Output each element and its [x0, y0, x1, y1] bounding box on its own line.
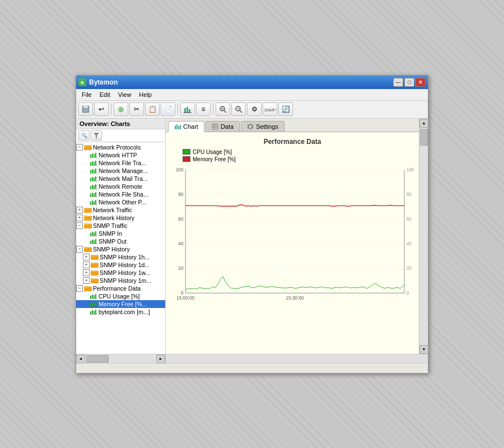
chart-tab-icon	[174, 123, 181, 130]
tree-expand-9[interactable]: +	[76, 214, 83, 221]
scroll-track	[419, 128, 428, 345]
folder-icon-16	[91, 269, 99, 276]
svg-rect-61	[84, 216, 92, 216]
tree-expand-0[interactable]: −	[76, 144, 83, 151]
svg-rect-34	[95, 169, 96, 173]
tree-item-13[interactable]: − SNMP History	[76, 245, 165, 253]
tree-item-0[interactable]: − Network Protocols	[76, 143, 165, 151]
tree-label-18: Performance Data	[93, 285, 141, 292]
chart-icon-21	[90, 309, 97, 315]
scroll-thumb[interactable]	[420, 129, 428, 146]
copy-button[interactable]: 📋	[145, 102, 160, 116]
tree-item-20[interactable]: Memory Free [%...	[76, 300, 165, 308]
svg-rect-31	[90, 170, 91, 173]
tree-item-7[interactable]: Network Other P...	[76, 198, 165, 206]
tree-item-11[interactable]: SNMP In	[76, 230, 165, 237]
svg-rect-48	[94, 193, 95, 197]
menu-file[interactable]: File	[78, 90, 95, 99]
tree-expand-15[interactable]: +	[83, 262, 90, 268]
tree-item-12[interactable]: SNMP Out	[76, 237, 165, 245]
tree-item-21[interactable]: byteplant.com [m...]	[76, 308, 165, 316]
tree-expand-10[interactable]: −	[76, 222, 83, 229]
tree-item-9[interactable]: + Network History	[76, 214, 165, 222]
close-button[interactable]: ✕	[416, 78, 426, 87]
maximize-button[interactable]: □	[404, 78, 414, 87]
tree-item-5[interactable]: Network Remote	[76, 183, 165, 190]
scroll-right-button[interactable]: ►	[156, 354, 165, 363]
svg-rect-26	[90, 162, 91, 165]
svg-line-10	[224, 110, 226, 113]
tree-item-3[interactable]: Network Manage...	[76, 167, 165, 175]
cut-button[interactable]: ✂	[129, 102, 144, 116]
tree-label-13: SNMP History	[93, 246, 130, 253]
tree-label-20: Memory Free [%...	[99, 301, 147, 307]
tab-settings[interactable]: Settings	[241, 121, 284, 132]
svg-rect-71	[92, 240, 93, 244]
snmp-button[interactable]: SNMP	[263, 102, 277, 116]
svg-text:80: 80	[178, 192, 184, 197]
tree-label-0: Network Protocols	[93, 144, 141, 151]
chart-button[interactable]	[180, 102, 195, 116]
tree-label-17: SNMP History 1m...	[100, 277, 151, 284]
tree-item-19[interactable]: CPU Usage [%]	[76, 292, 165, 300]
save-button[interactable]	[78, 102, 93, 116]
tree-item-14[interactable]: + SNMP History 1h...	[76, 253, 165, 261]
svg-rect-27	[92, 161, 93, 165]
zoom-out-button[interactable]	[231, 102, 246, 116]
sidebar-search-icon[interactable]: 🔍	[78, 130, 90, 141]
tree-item-1[interactable]: Network HTTP	[76, 151, 165, 159]
tree-expand-13[interactable]: −	[76, 246, 83, 253]
tree-item-8[interactable]: + Network Traffic	[76, 206, 165, 214]
chart-icon-5	[90, 183, 97, 190]
svg-rect-52	[92, 200, 93, 204]
tab-chart[interactable]: Chart	[168, 121, 204, 132]
refresh-button[interactable]: 🔄	[278, 102, 293, 116]
tabs: Chart Data Settings	[166, 119, 419, 132]
zoom-in-button[interactable]	[216, 102, 230, 116]
svg-rect-5	[184, 108, 186, 113]
menu-edit[interactable]: Edit	[96, 90, 114, 99]
svg-rect-51	[90, 202, 91, 204]
sidebar: Overview: Charts 🔍 − Network Protocols	[76, 119, 166, 354]
svg-rect-29	[95, 161, 96, 165]
corner-spacer	[419, 354, 428, 363]
svg-rect-41	[90, 186, 91, 189]
add-button[interactable]: ⊕	[114, 102, 128, 116]
tab-data[interactable]: Data	[206, 121, 240, 132]
tree-item-15[interactable]: + SNMP History 1d...	[76, 261, 165, 269]
tree-item-18[interactable]: − Performance Data	[76, 284, 165, 292]
list-button[interactable]: ≡	[196, 102, 211, 116]
svg-rect-44	[95, 184, 96, 189]
svg-text:20: 20	[178, 266, 184, 271]
hscroll-thumb[interactable]	[86, 355, 109, 363]
svg-rect-105	[94, 311, 95, 314]
svg-rect-23	[94, 154, 95, 157]
tree-item-16[interactable]: + SNMP History 1w...	[76, 269, 165, 277]
tree-expand-17[interactable]: +	[83, 277, 90, 284]
scroll-up-button[interactable]: ▲	[419, 119, 428, 128]
tree-expand-18[interactable]: −	[76, 285, 83, 292]
undo-button[interactable]: ↩	[94, 102, 109, 116]
toolbar-separator-1	[111, 104, 111, 115]
paste-button[interactable]: 📄	[161, 102, 175, 116]
tree-item-2[interactable]: Network File Tra...	[76, 159, 165, 167]
sidebar-filter-icon[interactable]	[91, 130, 102, 141]
tree-item-4[interactable]: Network Mail Tra...	[76, 175, 165, 183]
tree-expand-16[interactable]: +	[83, 269, 90, 276]
settings-button[interactable]: ⚙	[247, 102, 262, 116]
tree-expand-14[interactable]: +	[83, 254, 90, 260]
menu-help[interactable]: Help	[136, 90, 155, 99]
tree-item-17[interactable]: + SNMP History 1m...	[76, 277, 165, 284]
tree-item-10[interactable]: − SNMP Traffic	[76, 222, 165, 230]
svg-text:60: 60	[407, 216, 412, 221]
scroll-left-button[interactable]: ◄	[76, 354, 85, 363]
svg-rect-46	[90, 194, 91, 197]
tree-expand-8[interactable]: +	[76, 207, 83, 213]
svg-rect-106	[95, 310, 96, 314]
minimize-button[interactable]: —	[393, 78, 403, 87]
vertical-scrollbar[interactable]: ▲ ▼	[419, 119, 428, 354]
settings-tab-icon	[247, 123, 254, 130]
scroll-down-button[interactable]: ▼	[419, 345, 428, 354]
menu-view[interactable]: View	[115, 90, 135, 99]
tree-item-6[interactable]: Network File Sha...	[76, 190, 165, 198]
